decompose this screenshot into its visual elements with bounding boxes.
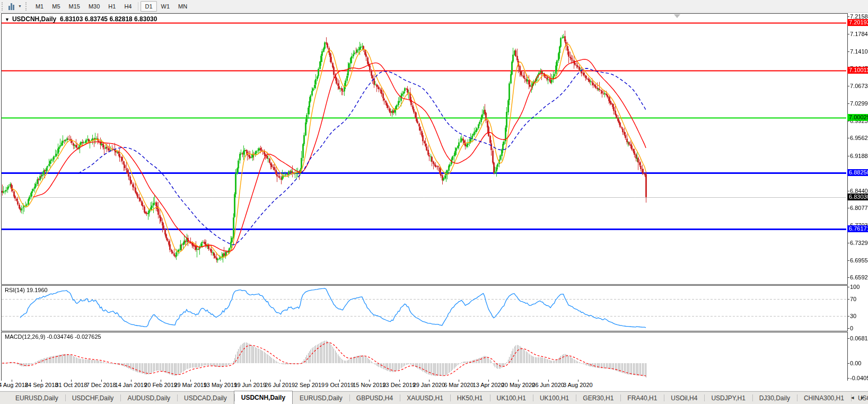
date-label: 15 Nov 2019 (353, 382, 385, 388)
toolbar-drag-handle[interactable] (2, 2, 5, 11)
date-label: 20 Feb 2019 (144, 382, 177, 388)
date-label: 26 Jul 2019 (265, 382, 295, 388)
mt4-window: { "toolbar": { "timeframes": ["M1","M5",… (0, 0, 868, 404)
date-label: 13 Apr 2020 (473, 382, 504, 388)
date-label: 3 Aug 2020 (563, 382, 593, 388)
date-label: 24 Sep 2018 (25, 382, 58, 388)
macd-label: MACD(12,26,9) -0.034746 -0.027625 (5, 333, 101, 340)
date-label: 14 Jan 2019 (115, 382, 147, 388)
chart-tab-eurusd-daily[interactable]: EURUSD,Daily (8, 392, 65, 404)
timeframe-button-h1[interactable]: H1 (104, 1, 120, 12)
date-label: 29 Jan 2020 (413, 382, 445, 388)
ohlc-values: 6.83103 6.83745 6.82818 6.83030 (60, 15, 157, 23)
macd-pane[interactable] (1, 332, 848, 381)
chart-title: ▼USDCNH,Daily 6.83103 6.83745 6.82818 6.… (5, 15, 157, 23)
chart-tab-hk50-h1[interactable]: HK50,H1 (450, 392, 490, 404)
timeframe-button-w1[interactable]: W1 (157, 1, 174, 12)
date-label: 31 Oct 2018 (55, 382, 87, 388)
date-label: 26 Jun 2020 (532, 382, 564, 388)
chart-tab-dj30-daily[interactable]: DJ30,Daily (752, 392, 797, 404)
date-label: 9 Oct 2019 (325, 382, 354, 388)
date-label: 23 Dec 2019 (382, 382, 415, 388)
chart-tab-usdcad-daily[interactable]: USDCAD,Daily (177, 392, 234, 404)
tab-scroll-right-icon[interactable]: ► (858, 393, 867, 402)
chevron-down-icon[interactable]: ▼ (18, 4, 22, 8)
timeframe-button-d1[interactable]: D1 (141, 1, 156, 12)
tab-scroll-left-icon[interactable]: ◄ (848, 393, 857, 402)
macd-canvas[interactable] (2, 332, 846, 380)
rsi-canvas[interactable] (2, 286, 846, 330)
chart-tab-xauusd-h1[interactable]: XAUUSD,H1 (400, 392, 450, 404)
date-label: 6 Mar 2020 (444, 382, 474, 388)
one-click-trading-toggle[interactable]: ▼ (5, 17, 10, 22)
chart-tabs-bar: EURUSD,DailyUSDCHF,DailyAUDUSD,DailyUSDC… (0, 391, 868, 404)
date-label: 29 Mar 2019 (174, 382, 207, 388)
chart-tab-eurusd-daily[interactable]: EURUSD,Daily (293, 392, 349, 404)
timeframe-button-m5[interactable]: M5 (48, 1, 64, 12)
date-label: 7 Dec 2018 (86, 382, 116, 388)
rsi-pane[interactable] (1, 285, 848, 331)
date-axis: 14 Aug 201824 Sep 201831 Oct 20187 Dec 2… (0, 381, 868, 390)
date-label: 2 Sep 2019 (295, 382, 325, 388)
chart-tab-usdjpy-h1[interactable]: USDJPY,H1 (704, 392, 752, 404)
date-label: 20 May 2020 (502, 382, 536, 388)
price-chart-canvas[interactable] (2, 14, 846, 283)
date-label: 13 May 2019 (204, 382, 238, 388)
timeframe-toolbar: ▼ M1M5M15M30H1H4D1W1MN (0, 0, 868, 13)
chart-tab-fra40-h1[interactable]: FRA40,H1 (620, 392, 664, 404)
chart-type-icon[interactable] (8, 3, 17, 10)
main-chart-pane[interactable] (1, 13, 848, 285)
symbol-label: USDCNH,Daily (12, 15, 56, 23)
timeframe-button-m30[interactable]: M30 (84, 1, 104, 12)
timeframe-button-mn[interactable]: MN (174, 1, 191, 12)
chart-tab-usdchf-daily[interactable]: USDCHF,Daily (65, 392, 121, 404)
chart-tab-usoil-h4[interactable]: USOil,H4 (664, 392, 704, 404)
chart-tab-usdcnh-daily[interactable]: USDCNH,Daily (234, 391, 293, 404)
toolbar-drag-handle (25, 2, 29, 11)
timeframe-button-m1[interactable]: M1 (31, 1, 48, 12)
chart-tab-uk100-h1[interactable]: UK100,H1 (490, 392, 533, 404)
timeframe-button-m15[interactable]: M15 (65, 1, 84, 12)
date-label: 19 Jun 2019 (234, 382, 266, 388)
chart-tab-uk100-h1[interactable]: UK100,H1 (533, 392, 576, 404)
date-label: 14 Aug 2018 (0, 382, 28, 388)
rsi-label: RSI(14) 19.1960 (5, 287, 48, 293)
chart-shift-marker[interactable] (674, 14, 680, 18)
chart-tab-audusd-daily[interactable]: AUDUSD,Daily (120, 392, 177, 404)
timeframe-button-h4[interactable]: H4 (120, 1, 136, 12)
tab-scroll-buttons: ◄ ► (848, 393, 867, 402)
chart-tab-ger30-h1[interactable]: GER30,H1 (576, 392, 620, 404)
chart-tab-gbpusd-h4[interactable]: GBPUSD,H4 (349, 392, 400, 404)
chart-tab-china300-h1[interactable]: CHINA300,H1 (797, 392, 851, 404)
